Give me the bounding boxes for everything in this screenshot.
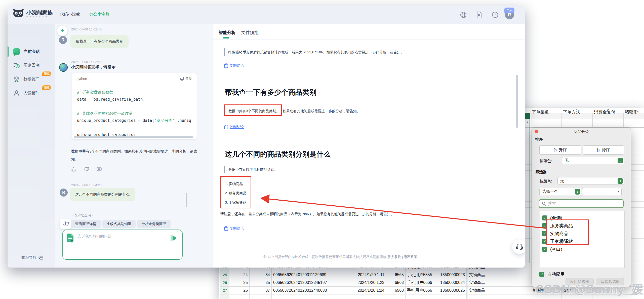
document-icon[interactable] <box>475 11 483 19</box>
checkbox-checked-icon[interactable]: ✓ <box>542 223 547 228</box>
filter-option[interactable]: ✓ 王家桥驿站 <box>542 238 573 244</box>
horizontal-scrollbar[interactable] <box>74 136 193 138</box>
filter-value-combobox[interactable]: ▼ <box>582 188 622 196</box>
sheet-cell[interactable] <box>272 294 343 299</box>
sheet-cell[interactable]: 25 <box>230 279 250 286</box>
sidebar-item-history[interactable]: 历史回溯 <box>8 59 55 72</box>
choose-one-dropdown[interactable]: 选择一个 ▲▼ <box>539 188 581 196</box>
globe-icon[interactable] <box>460 11 467 19</box>
sheet-cell[interactable]: 手机用户6666 <box>406 279 438 286</box>
sheet-cell[interactable]: 手机用户5555 <box>406 271 438 279</box>
sheet-cell[interactable]: 35 <box>250 279 272 286</box>
sheet-cell[interactable]: 实物商品 <box>467 271 530 279</box>
sheet-cell[interactable] <box>386 294 406 299</box>
sheet-cell[interactable]: 6565 <box>386 271 406 279</box>
copy-code-button[interactable]: 复制 <box>180 77 192 81</box>
profile-badge[interactable]: 个人 <box>504 8 514 13</box>
sheet-cell[interactable]: 006563720240120012440680 <box>272 287 343 294</box>
sheet-cell[interactable]: 2024/1/20 1:24 <box>343 287 386 294</box>
suggestion-chip[interactable]: 比较各类别销量 <box>102 220 136 228</box>
sheet-cell[interactable] <box>406 294 438 299</box>
new-chat-button[interactable]: + <box>57 26 67 36</box>
sheet-cell[interactable]: 2024/1/20 1:23 <box>343 279 386 286</box>
support-button[interactable] <box>512 239 525 254</box>
sidebar-item-current-session[interactable]: ··· 当前会话 <box>8 45 55 58</box>
chat-scrollbar[interactable] <box>186 193 187 207</box>
tab-smart-analysis[interactable]: 智能分析 <box>219 30 236 35</box>
sheet-cell[interactable]: 6563 <box>386 287 406 294</box>
row-number[interactable]: 26 <box>220 279 230 286</box>
sheet-cell[interactable]: 6563 <box>386 279 406 286</box>
tab-office-raccoon[interactable]: 办公小浣熊 <box>89 12 109 17</box>
sidebar-item-data-management[interactable]: 数据管理 限免 <box>8 72 55 86</box>
sheet-cell[interactable]: 006563620240120012345197 <box>272 279 343 286</box>
filter-option-blank[interactable]: ✓ (空白) <box>542 246 562 252</box>
copy-conclusion-link[interactable]: 复制结论 <box>224 226 244 231</box>
filter-dropdown-icon[interactable]: ▼ <box>526 121 529 124</box>
panel-scrollbar[interactable] <box>516 75 518 128</box>
filter-option[interactable]: ✓ 服务类商品 <box>542 223 573 229</box>
sheet-cell[interactable]: 37 <box>250 287 272 294</box>
sort-ascending-button[interactable]: AZ↓ 升序 <box>539 145 581 155</box>
tab-file-preview[interactable]: 文件预览 <box>241 30 258 35</box>
filter-option[interactable]: ✓ 实物商品 <box>542 231 568 237</box>
sidebar-item-label: 历史回溯 <box>23 63 39 68</box>
checkbox-checked-icon[interactable]: ✓ <box>542 247 547 252</box>
sheet-cell[interactable] <box>438 294 467 299</box>
sheet-cell[interactable]: 实物商品 <box>467 287 530 294</box>
sheet-cell[interactable]: 13500000024 <box>438 279 467 286</box>
auto-apply-checkbox[interactable]: ✓ 自动应用 <box>539 271 565 277</box>
sheet-cell[interactable]: 13500000023 <box>438 271 467 279</box>
copy-conclusion-link[interactable]: 复制结论 <box>224 125 244 129</box>
chevron-down-icon[interactable]: ▼ <box>616 188 621 196</box>
sheet-header-cell[interactable]: 下单渠道 <box>532 109 549 115</box>
chat-input-box[interactable] <box>62 230 183 260</box>
sheet-header-cell[interactable]: 消费金支付 <box>594 109 615 115</box>
terms-privacy-links[interactable]: 服务条款 | 隐私政策 <box>387 255 417 259</box>
thumbs-up-icon[interactable] <box>71 167 77 172</box>
checkbox-checked-icon[interactable]: ✓ <box>542 215 547 220</box>
thumbs-down-icon[interactable] <box>84 167 89 172</box>
row-number[interactable] <box>220 294 230 299</box>
help-icon[interactable]: ? <box>491 11 499 19</box>
copy-conclusion-link[interactable]: 复制结论 <box>224 63 244 68</box>
stepper-icon[interactable]: ▲▼ <box>575 189 580 195</box>
sheet-cell[interactable]: 26 <box>230 287 250 294</box>
suggestion-chip[interactable]: 查看商品详情 <box>71 220 101 228</box>
filter-search-box[interactable] <box>539 199 624 208</box>
sort-color-dropdown[interactable]: 无 ▲▼ <box>562 157 624 164</box>
sidebar-item-persona[interactable]: 人设管理 限免 <box>8 86 55 100</box>
comment-icon[interactable] <box>96 167 102 172</box>
sheet-cell[interactable]: 实物商品 <box>467 279 530 286</box>
chat-input[interactable] <box>77 234 168 238</box>
checkbox-checked-icon[interactable]: ✓ <box>542 231 547 236</box>
sheet-cell[interactable]: 2024/1/20 1:11 <box>343 271 386 279</box>
suggestion-chip[interactable]: 分析未分类商品 <box>137 220 171 228</box>
filter-color-dropdown[interactable]: 无 ▲▼ <box>557 177 624 185</box>
sort-descending-button[interactable]: ZA↓ 降序 <box>583 145 624 155</box>
sheet-header-cell[interactable]: 猪猪币 <box>625 109 638 115</box>
sheet-cell[interactable]: 13500000025 <box>438 287 467 294</box>
sheet-cell[interactable]: 34 <box>250 271 272 279</box>
tab-code-raccoon[interactable]: 代码小浣熊 <box>60 12 80 17</box>
collapse-nav-button[interactable]: 收起导航 <box>21 255 44 260</box>
sheet-header-cell[interactable]: 下单方式 <box>563 109 580 115</box>
filter-option-select-all[interactable]: ✓ (全选) <box>542 215 562 221</box>
row-number[interactable]: 25 <box>220 271 230 279</box>
sheet-cell[interactable]: 手机用户6666 <box>406 287 438 294</box>
persona-mask-button[interactable] <box>60 219 71 229</box>
sheet-cell[interactable] <box>230 294 250 299</box>
divider <box>535 167 624 167</box>
stepper-icon[interactable]: ▲▼ <box>618 158 623 163</box>
stepper-icon[interactable]: ▲▼ <box>618 178 623 184</box>
row-number[interactable]: 27 <box>220 287 230 294</box>
checkbox-checked-icon[interactable]: ✓ <box>539 272 544 277</box>
sheet-cell[interactable] <box>250 294 272 299</box>
search-input[interactable] <box>548 201 616 206</box>
sheet-cell[interactable]: 24 <box>230 271 250 279</box>
sheet-cell[interactable] <box>467 294 530 299</box>
sheet-cell[interactable] <box>343 294 386 299</box>
send-icon[interactable] <box>170 234 178 242</box>
checkbox-checked-icon[interactable]: ✓ <box>542 239 547 244</box>
sheet-cell[interactable]: 006565620240120011129689 <box>272 271 343 279</box>
